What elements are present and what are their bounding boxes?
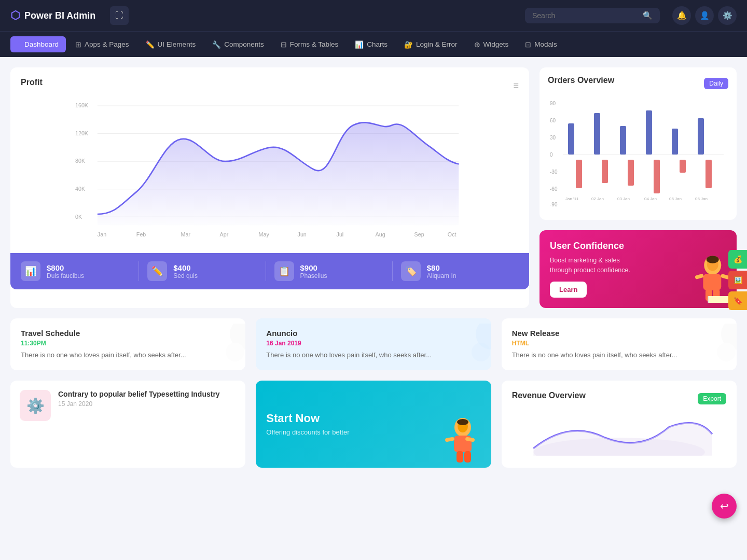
stat-value-0: $800 bbox=[47, 263, 84, 272]
search-input[interactable] bbox=[532, 11, 639, 20]
new-release-tag: HTML bbox=[512, 340, 726, 347]
svg-point-61 bbox=[717, 343, 736, 361]
svg-text:-60: -60 bbox=[550, 186, 558, 192]
deco-circles-travel bbox=[214, 324, 245, 365]
svg-text:40K: 40K bbox=[75, 186, 86, 192]
fullscreen-button[interactable]: ⛶ bbox=[110, 6, 129, 25]
profit-card: Profit ≡ 160K 120K 80K 40K 0K bbox=[10, 67, 529, 308]
topbar-icons: 🔔 👤 ⚙️ bbox=[672, 6, 737, 25]
stat-value-2: $900 bbox=[300, 263, 327, 272]
svg-text:Jan: Jan bbox=[98, 231, 106, 237]
svg-text:60: 60 bbox=[550, 118, 556, 123]
revenue-card: Revenue Overview Export bbox=[502, 381, 737, 468]
stat-item-2: 📋 $900 Phasellus bbox=[266, 261, 393, 281]
news-image: ⚙️ bbox=[20, 390, 51, 421]
anuncio-desc: There is no one who loves pain itself, w… bbox=[266, 350, 480, 360]
new-release-card: New Release HTML There is no one who lov… bbox=[502, 318, 737, 371]
nav-item-ui-elements[interactable]: ✏️ UI Elements bbox=[139, 36, 203, 53]
svg-rect-29 bbox=[576, 160, 582, 188]
nav-label-charts: Charts bbox=[367, 40, 388, 48]
stat-label-2: Phasellus bbox=[300, 272, 327, 279]
travel-schedule-card: Travel Schedule 11:30PM There is no one … bbox=[10, 318, 245, 371]
notification-button[interactable]: 🔔 bbox=[672, 6, 691, 25]
svg-rect-33 bbox=[628, 160, 634, 186]
svg-point-69 bbox=[457, 419, 468, 425]
nav-item-widgets[interactable]: ⊕ Widgets bbox=[467, 36, 516, 53]
learn-button[interactable]: Learn bbox=[550, 282, 587, 298]
svg-rect-49 bbox=[703, 274, 721, 290]
profit-chart-svg: 160K 120K 80K 40K 0K bbox=[21, 97, 519, 253]
nav-icon-charts: 📊 bbox=[355, 40, 364, 49]
nav-label-widgets: Widgets bbox=[483, 40, 509, 48]
orders-chart: 90 60 30 0 -30 -60 -90 bbox=[548, 97, 728, 212]
stat-row: 📊 $800 Duis faucibus ✏️ $400 Sed quis 📋 … bbox=[10, 253, 529, 289]
topbar: ⬡ Power BI Admin ⛶ 🔍 🔔 👤 ⚙️ bbox=[0, 0, 747, 31]
nav-item-forms-tables[interactable]: ⊟ Forms & Tables bbox=[273, 36, 346, 53]
nav-label-forms: Forms & Tables bbox=[290, 40, 339, 48]
svg-text:Jul: Jul bbox=[337, 231, 344, 237]
svg-text:03 Jan: 03 Jan bbox=[617, 197, 630, 201]
svg-text:05 Jan: 05 Jan bbox=[669, 197, 682, 201]
stat-icon-0: 📊 bbox=[21, 261, 40, 281]
new-release-desc: There is no one who loves pain itself, w… bbox=[512, 350, 726, 360]
stat-info-1: $400 Sed quis bbox=[173, 263, 198, 279]
anuncio-card: Anuncio 16 Jan 2019 There is no one who … bbox=[256, 318, 491, 371]
svg-text:160K: 160K bbox=[75, 102, 89, 108]
start-now-title: Start Now bbox=[266, 412, 349, 425]
stat-info-0: $800 Duis faucibus bbox=[47, 263, 84, 279]
main-content: Profit ≡ 160K 120K 80K 40K 0K bbox=[0, 57, 747, 478]
side-tool-green[interactable]: 💰 bbox=[728, 250, 747, 269]
svg-text:Jan '11: Jan '11 bbox=[565, 197, 579, 201]
logo: ⬡ Power BI Admin bbox=[10, 9, 95, 22]
svg-text:90: 90 bbox=[550, 101, 556, 106]
nav-label-modals: Modals bbox=[534, 40, 557, 48]
stat-item-1: ✏️ $400 Sed quis bbox=[139, 261, 266, 281]
nav-item-components[interactable]: 🔧 Components bbox=[205, 36, 271, 53]
side-tool-red[interactable]: 🖼️ bbox=[728, 271, 747, 289]
svg-text:Feb: Feb bbox=[136, 231, 146, 237]
profit-title: Profit bbox=[21, 78, 43, 87]
nav-item-login-error[interactable]: 🔐 Login & Error bbox=[397, 36, 465, 53]
stat-icon-2: 📋 bbox=[274, 261, 294, 281]
user-button[interactable]: 👤 bbox=[695, 6, 714, 25]
nav-item-charts[interactable]: 📊 Charts bbox=[348, 36, 395, 53]
svg-point-59 bbox=[472, 343, 490, 361]
svg-text:Aug: Aug bbox=[376, 231, 385, 237]
svg-rect-55 bbox=[708, 296, 709, 303]
news-title: Contrary to popular belief Typesetting I… bbox=[58, 390, 220, 398]
svg-text:Apr: Apr bbox=[220, 231, 229, 237]
profit-menu-icon[interactable]: ≡ bbox=[513, 80, 519, 91]
nav-label-ui: UI Elements bbox=[158, 40, 196, 48]
svg-rect-28 bbox=[568, 123, 574, 155]
nav-item-apps-pages[interactable]: ⊞ Apps & Pages bbox=[68, 36, 136, 53]
svg-text:Oct: Oct bbox=[448, 231, 457, 237]
user-conf-title: User Confidence bbox=[550, 241, 643, 251]
logo-text: Power BI Admin bbox=[24, 10, 95, 21]
orders-card: Orders Overview Daily 90 60 30 0 -30 -60… bbox=[540, 67, 737, 220]
stat-label-1: Sed quis bbox=[173, 272, 198, 279]
svg-point-57 bbox=[226, 343, 244, 361]
svg-rect-65 bbox=[445, 437, 454, 442]
start-now-text: Start Now Offering discounts for better bbox=[266, 412, 349, 436]
svg-text:Jun: Jun bbox=[298, 231, 307, 237]
nav-item-dashboard[interactable]: Dashboard bbox=[10, 36, 66, 52]
search-box: 🔍 bbox=[525, 8, 660, 23]
side-tool-yellow[interactable]: 🔖 bbox=[728, 291, 747, 310]
svg-text:04 Jan: 04 Jan bbox=[644, 197, 657, 201]
revenue-title: Revenue Overview bbox=[512, 391, 586, 400]
export-badge[interactable]: Export bbox=[698, 393, 726, 404]
stat-label-0: Duis faucibus bbox=[47, 272, 84, 279]
orders-chart-svg: 90 60 30 0 -30 -60 -90 bbox=[548, 97, 728, 212]
nav-item-modals[interactable]: ⊡ Modals bbox=[518, 36, 564, 53]
stat-icon-1: ✏️ bbox=[147, 261, 167, 281]
deco-circles-anuncio bbox=[460, 324, 491, 365]
svg-text:Mar: Mar bbox=[181, 231, 191, 237]
nav-icon-forms: ⊟ bbox=[281, 40, 287, 49]
svg-rect-34 bbox=[646, 110, 652, 155]
news-card: ⚙️ Contrary to popular belief Typesettin… bbox=[10, 381, 245, 468]
svg-rect-38 bbox=[698, 118, 704, 155]
svg-rect-68 bbox=[464, 451, 471, 463]
profit-inner: Profit ≡ 160K 120K 80K 40K 0K bbox=[10, 67, 529, 253]
svg-text:0: 0 bbox=[550, 152, 553, 158]
settings-button[interactable]: ⚙️ bbox=[718, 6, 737, 25]
